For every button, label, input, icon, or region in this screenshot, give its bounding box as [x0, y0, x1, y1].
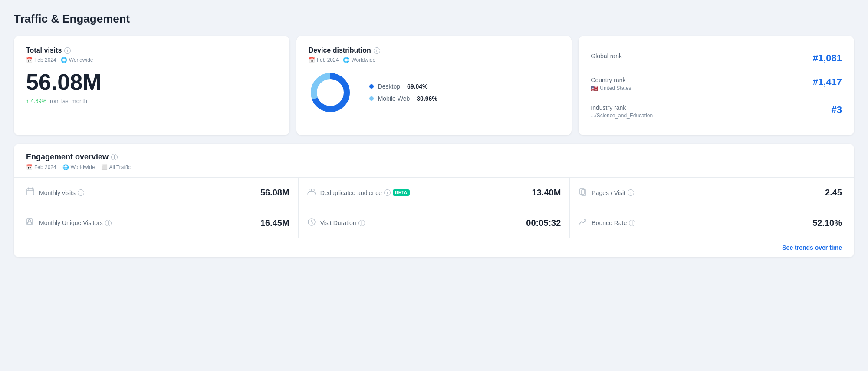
- svg-rect-3: [27, 189, 34, 195]
- monthly-visits-cell: Monthly visits i 56.08M: [26, 178, 298, 208]
- globe-icon: 🌐: [61, 57, 67, 63]
- see-trends-link[interactable]: See trends over time: [782, 244, 842, 251]
- visit-duration-cell: Visit Duration i 00:05:32: [298, 208, 570, 238]
- monthly-visits-info[interactable]: i: [78, 189, 84, 196]
- bounce-rate-info[interactable]: i: [629, 220, 635, 226]
- industry-rank-label-block: Industry rank .../Science_and_Education: [591, 104, 653, 119]
- monthly-visits-value: 56.08M: [260, 188, 289, 198]
- svg-point-7: [309, 189, 312, 192]
- global-rank-label-block: Global rank: [591, 53, 622, 60]
- engagement-header: Engagement overview i 📅 Feb 2024 🌐 World…: [14, 144, 854, 177]
- engagement-date: 📅 Feb 2024: [26, 164, 56, 170]
- country-rank-label-block: Country rank 🇺🇸 United States: [591, 76, 631, 92]
- bounce-rate-cell: Bounce Rate i 52.10%: [570, 208, 842, 238]
- desktop-legend-item: Desktop 69.04%: [369, 83, 437, 90]
- total-visits-date: 📅 Feb 2024: [26, 57, 56, 63]
- donut-chart: [309, 71, 352, 114]
- svg-line-15: [312, 222, 313, 223]
- metrics-container: Monthly visits i 56.08M: [14, 178, 854, 238]
- country-rank-row: Country rank 🇺🇸 United States #1,417: [591, 70, 842, 98]
- dedup-audience-left: Deduplicated audience i BETA: [307, 187, 410, 198]
- mobile-legend-item: Mobile Web 30.96%: [369, 95, 437, 102]
- engagement-region: 🌐 Worldwide: [62, 164, 95, 170]
- country-rank-value: #1,417: [813, 76, 842, 88]
- total-visits-title: Total visits i: [26, 46, 277, 54]
- device-distribution-meta: 📅 Feb 2024 🌐 Worldwide: [309, 57, 560, 63]
- people-metric-icon: [307, 187, 316, 198]
- rank-card: Global rank #1,081 Country rank 🇺🇸 Unite…: [579, 36, 854, 135]
- person-metric-icon: [26, 218, 35, 228]
- engagement-globe-icon: 🌐: [62, 164, 69, 170]
- engagement-traffic-type: ⬜ All Traffic: [101, 164, 131, 170]
- dedup-audience-cell: Deduplicated audience i BETA 13.40M: [298, 178, 570, 208]
- total-visits-meta: 📅 Feb 2024 🌐 Worldwide: [26, 57, 277, 63]
- global-rank-value: #1,081: [813, 53, 842, 64]
- country-rank-sub: 🇺🇸 United States: [591, 85, 631, 92]
- visit-duration-left: Visit Duration i: [307, 218, 365, 228]
- unique-visitors-value: 16.45M: [260, 218, 289, 228]
- engagement-calendar-icon: 📅: [26, 164, 33, 170]
- device-legend: Desktop 69.04% Mobile Web 30.96%: [369, 83, 437, 102]
- pages-visit-left: Pages / Visit i: [579, 188, 634, 198]
- pages-visit-value: 2.45: [825, 188, 842, 198]
- see-trends-row: See trends over time: [14, 238, 854, 257]
- monthly-visits-label: Monthly visits i: [39, 189, 84, 196]
- svg-rect-10: [582, 190, 586, 195]
- engagement-section: Engagement overview i 📅 Feb 2024 🌐 World…: [14, 144, 854, 257]
- total-visits-info-icon[interactable]: i: [64, 47, 71, 54]
- visit-duration-info[interactable]: i: [358, 220, 365, 226]
- metrics-row-2: Monthly Unique Visitors i 16.45M: [26, 208, 842, 238]
- device-distribution-info-icon[interactable]: i: [374, 47, 380, 54]
- pages-visit-info[interactable]: i: [628, 189, 634, 196]
- total-visits-region: 🌐 Worldwide: [61, 57, 93, 63]
- industry-rank-row: Industry rank .../Science_and_Education …: [591, 98, 842, 125]
- bounce-rate-value: 52.10%: [812, 218, 842, 228]
- engagement-traffic-icon: ⬜: [101, 164, 108, 170]
- monthly-visits-left: Monthly visits i: [26, 187, 84, 198]
- device-region: 🌐 Worldwide: [343, 57, 375, 63]
- device-distribution-card: Device distribution i 📅 Feb 2024 🌐 World…: [296, 36, 572, 135]
- dedup-audience-info[interactable]: i: [384, 189, 391, 196]
- dedup-audience-label: Deduplicated audience i BETA: [320, 189, 410, 196]
- engagement-title: Engagement overview i: [26, 152, 842, 162]
- engagement-info-icon[interactable]: i: [111, 154, 118, 160]
- mobile-dot: [369, 96, 374, 101]
- dedup-audience-value: 13.40M: [532, 188, 561, 198]
- svg-rect-9: [580, 189, 584, 194]
- svg-point-8: [312, 189, 314, 192]
- calendar-icon: 📅: [26, 57, 33, 63]
- bounce-rate-label: Bounce Rate i: [592, 219, 635, 226]
- metrics-row-1: Monthly visits i 56.08M: [26, 178, 842, 208]
- engagement-meta: 📅 Feb 2024 🌐 Worldwide ⬜ All Traffic: [26, 164, 842, 170]
- flag-icon: 🇺🇸: [591, 85, 598, 92]
- bounce-rate-left: Bounce Rate i: [579, 218, 635, 228]
- industry-rank-sub: .../Science_and_Education: [591, 113, 653, 119]
- pages-metric-icon: [579, 188, 587, 198]
- device-globe-icon: 🌐: [343, 57, 349, 63]
- beta-badge: BETA: [393, 189, 409, 196]
- arrow-up-icon: ↑: [26, 98, 29, 104]
- industry-rank-value: #3: [832, 104, 842, 116]
- device-calendar-icon: 📅: [309, 57, 315, 63]
- total-visits-change: ↑ 4.69% from last month: [26, 98, 277, 104]
- page-title: Traffic & Engagement: [14, 12, 854, 26]
- pages-visit-cell: Pages / Visit i 2.45: [570, 178, 842, 208]
- visit-duration-value: 00:05:32: [526, 218, 561, 228]
- unique-visitors-cell: Monthly Unique Visitors i 16.45M: [26, 208, 298, 238]
- desktop-dot: [369, 84, 374, 89]
- total-visits-value: 56.08M: [26, 71, 277, 93]
- unique-visitors-label: Monthly Unique Visitors i: [39, 219, 112, 226]
- device-date: 📅 Feb 2024: [309, 57, 339, 63]
- total-visits-card: Total visits i 📅 Feb 2024 🌐 Worldwide 56…: [14, 36, 289, 135]
- svg-point-12: [29, 220, 31, 222]
- pages-visit-label: Pages / Visit i: [592, 189, 634, 196]
- unique-visitors-info[interactable]: i: [105, 220, 112, 226]
- top-row: Total visits i 📅 Feb 2024 🌐 Worldwide 56…: [14, 36, 854, 135]
- bounce-metric-icon: [579, 218, 587, 228]
- device-card-inner: Desktop 69.04% Mobile Web 30.96%: [309, 71, 560, 114]
- unique-visitors-left: Monthly Unique Visitors i: [26, 218, 112, 228]
- calendar-metric-icon: [26, 187, 35, 198]
- clock-metric-icon: [307, 218, 316, 228]
- visit-duration-label: Visit Duration i: [320, 219, 365, 226]
- global-rank-row: Global rank #1,081: [591, 46, 842, 70]
